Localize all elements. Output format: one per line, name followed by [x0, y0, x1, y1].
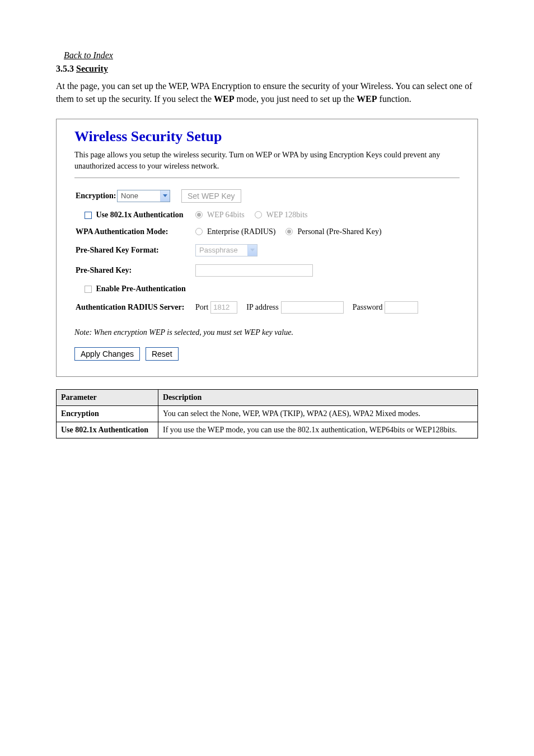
psk-label: Pre-Shared Key: [74, 266, 195, 275]
desc-part: function. [377, 94, 411, 104]
enterprise-label: Enterprise (RADIUS) [207, 227, 275, 236]
panel-intro: This page allows you setup the wireless … [74, 150, 460, 171]
back-to-index-link[interactable]: Back to Index [64, 50, 478, 60]
cell-param: Use 802.1x Authentication [57, 422, 158, 438]
section-number: 3.5.3 [56, 64, 74, 73]
wep128-radio [255, 211, 262, 218]
table-row: Use 802.1x Authentication If you use the… [57, 422, 478, 438]
section-title: Security [76, 64, 108, 73]
psk-format-value: Passphrase [196, 246, 247, 254]
section-description: At the page, you can set up the WEP, WPA… [56, 80, 478, 105]
psk-format-label: Pre-Shared Key Format: [74, 246, 195, 255]
panel-title: Wireless Security Setup [74, 128, 460, 145]
section-heading: 3.5.3 Security [56, 64, 478, 74]
use-8021x-row: Use 802.1x Authentication [74, 211, 195, 220]
preauth-checkbox [85, 286, 92, 293]
apply-changes-button[interactable]: Apply Changes [74, 347, 140, 361]
th-description: Description [158, 389, 478, 405]
wep-note: Note: When encryption WEP is selected, y… [74, 328, 460, 337]
port-label: Port [195, 303, 208, 312]
svg-marker-1 [250, 249, 255, 251]
enterprise-radio [195, 228, 203, 235]
divider [74, 178, 460, 178]
cell-param: Encryption [57, 405, 158, 422]
parameter-table: Parameter Description Encryption You can… [56, 389, 478, 438]
radius-label: Authentication RADIUS Server: [74, 303, 195, 312]
encryption-select[interactable]: None [117, 190, 170, 202]
pwd-label: Password [353, 303, 383, 312]
radius-password-input [385, 301, 418, 314]
personal-radio [285, 228, 293, 235]
personal-label: Personal (Pre-Shared Key) [297, 227, 381, 236]
ip-label: IP address [246, 303, 278, 312]
encryption-value: None [118, 192, 160, 200]
preauth-label: Enable Pre-Authentication [96, 284, 186, 293]
radius-port-input [210, 301, 237, 314]
chevron-down-icon [247, 245, 257, 256]
use-8021x-checkbox[interactable] [85, 212, 92, 219]
psk-input [195, 264, 313, 277]
security-panel: Wireless Security Setup This page allows… [56, 119, 478, 376]
set-wep-key-button[interactable]: Set WEP Key [181, 189, 241, 203]
preauth-row: Enable Pre-Authentication [74, 284, 195, 293]
wep64-label: WEP 64bits [207, 211, 245, 220]
wep64-radio [195, 211, 203, 218]
radius-ip-input [281, 301, 344, 314]
wpa-mode-label: WPA Authentication Mode: [74, 227, 195, 236]
cell-desc: You can select the None, WEP, WPA (TKIP)… [158, 405, 478, 422]
wep128-label: WEP 128bits [266, 211, 308, 220]
desc-bold: WEP [214, 94, 234, 104]
desc-bold: WEP [357, 94, 377, 104]
cell-desc: If you use the WEP mode, you can use the… [158, 422, 478, 438]
desc-part: mode, you just need to set up the [234, 94, 357, 104]
table-row: Encryption You can select the None, WEP,… [57, 405, 478, 422]
use-8021x-label: Use 802.1x Authentication [96, 211, 184, 219]
chevron-down-icon [160, 190, 170, 202]
svg-marker-0 [163, 194, 167, 197]
psk-format-select: Passphrase [195, 244, 257, 256]
table-header-row: Parameter Description [57, 389, 478, 405]
th-parameter: Parameter [57, 389, 158, 405]
reset-button[interactable]: Reset [146, 347, 179, 361]
